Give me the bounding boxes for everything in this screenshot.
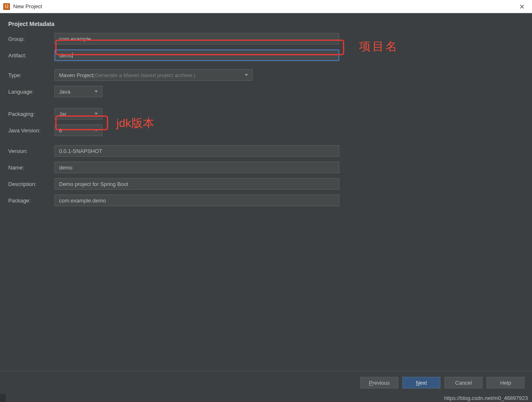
label-group: Group: [8, 36, 54, 42]
previous-button[interactable]: Previous [360, 377, 398, 388]
cancel-button[interactable]: Cancel [445, 377, 482, 388]
title-bar: IJ New Project ✕ [0, 0, 532, 13]
label-javaversion: Java Version: [8, 127, 54, 134]
highlight-artifact [55, 40, 344, 55]
name-input[interactable] [54, 162, 339, 173]
app-icon: IJ [3, 3, 10, 10]
window-title: New Project [13, 3, 42, 9]
type-dropdown[interactable]: Maven Project (Generate a Maven based pr… [54, 69, 253, 81]
version-input[interactable] [54, 145, 339, 157]
highlight-javaversion [55, 115, 108, 130]
label-artifact: Artifact: [8, 52, 54, 59]
type-hint: (Generate a Maven based project archive.… [93, 72, 195, 78]
type-value: Maven Project [59, 72, 93, 78]
language-dropdown[interactable]: Java [54, 86, 102, 97]
label-packaging: Packaging: [8, 111, 54, 117]
help-button[interactable]: Help [487, 377, 525, 388]
description-input[interactable] [54, 178, 339, 190]
watermark: https://blog.csdn.net/m0_46897923 [444, 395, 528, 401]
footer: Previous Next Cancel Help [0, 371, 532, 394]
language-value: Java [59, 89, 70, 95]
package-input[interactable] [54, 195, 339, 206]
dialog-body: Project Metadata Group: Artifact: demo T… [0, 13, 532, 379]
label-language: Language: [8, 89, 54, 95]
label-name: Name: [8, 165, 54, 171]
close-icon[interactable]: ✕ [515, 2, 528, 10]
next-button[interactable]: Next [402, 377, 440, 388]
previous-label: revious [372, 380, 390, 386]
label-type: Type: [8, 72, 54, 78]
label-description: Description: [8, 181, 54, 187]
label-version: Version: [8, 148, 54, 154]
label-package: Package: [8, 197, 54, 204]
annotation-jdk-version: jdk版本 [116, 115, 154, 131]
section-title: Project Metadata [8, 21, 524, 27]
next-label: ext [420, 380, 427, 386]
annotation-project-name: 项目名 [359, 39, 399, 54]
